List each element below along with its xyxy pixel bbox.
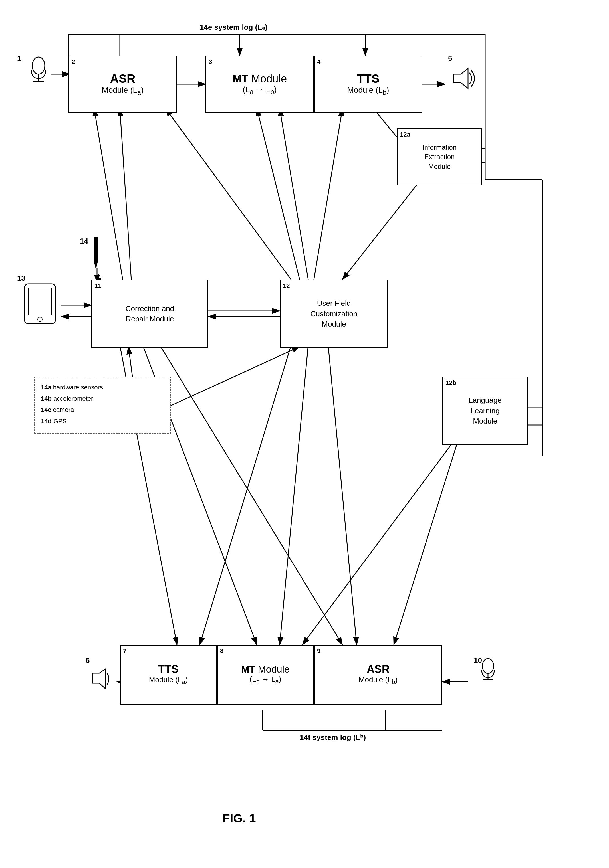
correction-number: 11 [95,282,101,290]
svg-line-33 [200,345,291,645]
svg-marker-60 [93,669,106,689]
asr-bot-number: 9 [317,647,320,655]
svg-point-61 [482,659,494,673]
tts-top-box: 4 TTS Module (Lb) [314,56,423,113]
svg-line-37 [303,445,451,645]
svg-marker-52 [454,68,468,88]
mt-bot-box: 8 MT Module (Lb → La) [217,645,314,705]
asr-bot-subtitle: Module (Lb) [359,676,398,686]
svg-line-16 [257,108,300,279]
system-log-bot: 14f system log (Lᵇ) [300,733,366,742]
user-field-box: 12 User FieldCustomizationModule [280,279,388,348]
svg-point-47 [32,57,45,74]
svg-line-18 [314,108,342,279]
tts-bot-subtitle: Module (La) [149,676,188,686]
correction-box: 11 Correction andRepair Module [91,279,208,348]
asr-top-subtitle: Module (La) [102,85,144,96]
user-field-title: User FieldCustomizationModule [308,295,360,332]
asr-top-number: 2 [71,58,75,66]
item-1-label: 1 [17,54,21,63]
svg-line-20 [342,174,425,279]
mt-top-subtitle: (La → Lb) [242,85,277,96]
mt-bot-number: 8 [220,647,224,655]
mt-bot-subtitle: (Lb → La) [250,675,281,685]
correction-title: Correction andRepair Module [123,301,177,327]
tts-bot-title: TTS [158,663,179,676]
svg-point-59 [38,317,42,322]
svg-line-36 [394,445,457,645]
mt-top-title: MT Module [233,73,287,85]
tts-top-subtitle: Module (Lb) [347,85,389,96]
info-extract-box: 12a InformationExtractionModule [397,129,482,185]
item-14-label: 14 [80,237,88,246]
svg-line-15 [120,108,131,279]
asr-bot-box: 9 ASR Module (Lb) [314,645,442,705]
item-13-label: 13 [17,274,25,283]
mt-bot-title: MT Module [241,664,290,675]
tts-top-number: 4 [317,58,320,66]
microphone-icon-top [26,54,51,88]
svg-rect-58 [28,288,51,315]
mt-top-number: 3 [209,58,212,66]
tts-bot-box: 7 TTS Module (La) [120,645,217,705]
svg-line-39 [160,347,300,411]
svg-line-32 [160,345,342,645]
diagram: 14e system log (Lₐ) 1 2 ASR Module (La) … [0,0,609,868]
item-5-label: 5 [448,54,452,63]
phone-icon [23,282,57,325]
mt-top-box: 3 MT Module (La → Lb) [205,56,314,113]
info-extract-title: InformationExtractionModule [419,140,460,174]
user-field-number: 12 [283,282,290,290]
system-log-top: 14e system log (Lₐ) [200,23,267,32]
lang-learn-box: 12b LanguageLearningModule [442,377,528,445]
svg-line-34 [280,345,308,645]
item-6-label: 6 [85,656,90,665]
svg-rect-53 [94,237,98,262]
svg-line-17 [166,108,291,279]
svg-line-19 [280,108,308,279]
info-extract-number: 12a [400,131,410,138]
speaker-icon-top [451,66,477,91]
sensors-labels: 14a hardware sensors 14b accelerometer 1… [41,382,166,427]
lang-learn-title: LanguageLearningModule [466,392,505,429]
svg-rect-57 [24,284,56,324]
sensors-box: 14a hardware sensors 14b accelerometer 1… [34,377,171,434]
svg-line-35 [328,345,357,645]
tts-bot-number: 7 [123,647,126,655]
figure-label: FIG. 1 [222,812,256,825]
speaker-icon-bot [91,668,114,690]
tts-top-title: TTS [357,72,379,85]
pen-icon [91,237,100,271]
asr-top-title: ASR [110,72,135,85]
lang-learn-number: 12b [446,379,456,386]
asr-bot-title: ASR [367,663,390,676]
microphone-icon-bot [477,656,499,687]
asr-top-box: 2 ASR Module (La) [68,56,177,113]
